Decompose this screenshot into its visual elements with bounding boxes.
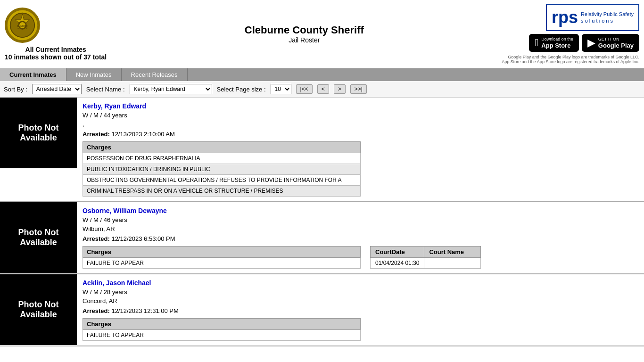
charges-table: ChargesFAILURE TO APPEAR bbox=[83, 246, 361, 269]
rps-tagline-line2: s o l u t i o n s bbox=[581, 17, 634, 24]
inmate-name[interactable]: Osborne, William Dewayne bbox=[83, 207, 638, 214]
first-page-button[interactable]: |<< bbox=[296, 84, 313, 94]
inmate-arrested: Arrested: 12/12/2023 12:31:00 PM bbox=[83, 307, 638, 314]
court-name-header: Court Name bbox=[424, 247, 481, 258]
rps-tagline: Relativity Public Safety s o l u t i o n… bbox=[581, 11, 634, 25]
page-subtitle: Jail Roster bbox=[107, 36, 502, 44]
inmate-arrested: Arrested: 12/12/2023 6:53:00 PM bbox=[83, 235, 638, 242]
sheriff-badge: SHERIFF bbox=[5, 8, 40, 43]
court-name-cell bbox=[424, 258, 481, 269]
page-title: Cleburne County Sheriff bbox=[107, 24, 502, 36]
controls-bar: Sort By : Arrested Date Name Select Name… bbox=[0, 81, 644, 98]
charge-cell: PUBLIC INTOXICATION / DRINKING IN PUBLIC bbox=[83, 164, 361, 175]
googleplay-small: GET IT ON bbox=[598, 37, 634, 42]
photo-not-available: Photo NotAvailable bbox=[18, 228, 59, 247]
googleplay-button[interactable]: ▶ GET IT ON Google Play bbox=[582, 34, 639, 52]
charge-cell: POSSESSION OF DRUG PARAPHERNALIA bbox=[83, 153, 361, 164]
all-inmates-line1: All Current Inmates bbox=[5, 46, 107, 53]
inmate-name[interactable]: Kerby, Ryan Edward bbox=[83, 102, 638, 110]
select-page-select[interactable]: 10 25 50 bbox=[271, 84, 291, 94]
charge-cell: CRIMINAL TRESPASS IN OR ON A VEHICLE OR … bbox=[83, 186, 361, 197]
photo-not-available: Photo NotAvailable bbox=[18, 300, 59, 320]
tab-recent-releases[interactable]: Recent Releases bbox=[122, 68, 188, 81]
rps-letters: rps bbox=[552, 8, 578, 27]
inmate-list: Photo NotAvailableKerby, Ryan EdwardW / … bbox=[0, 98, 644, 346]
inmate-details: Osborne, William DewayneW / M / 46 years… bbox=[77, 202, 644, 273]
inmate-address: Concord, AR bbox=[83, 297, 638, 304]
inmate-address: Wilburn, AR bbox=[83, 225, 638, 232]
rps-logo: rps Relativity Public Safety s o l u t i… bbox=[546, 4, 639, 31]
inmate-arrested: Arrested: 12/13/2023 2:10:00 AM bbox=[83, 131, 638, 138]
charges-header: Charges bbox=[83, 319, 361, 330]
rps-tagline-line1: Relativity Public Safety bbox=[581, 11, 634, 17]
charge-cell: FAILURE TO APPEAR bbox=[83, 258, 361, 269]
inmate-details: Acklin, Jason MichaelW / M / 28 yearsCon… bbox=[77, 274, 644, 346]
inmate-count: All Current Inmates 10 inmates shown out… bbox=[5, 46, 107, 61]
inmate-comma: , bbox=[83, 121, 638, 128]
charge-cell: OBSTRUCTING GOVERNMENTAL OPERATIONS / RE… bbox=[83, 175, 361, 186]
appstore-button[interactable]:  Download on the App Store bbox=[529, 34, 579, 52]
charges-table: ChargesFAILURE TO APPEAR bbox=[83, 318, 361, 341]
inmate-row: Photo NotAvailableOsborne, William Deway… bbox=[0, 202, 644, 274]
charges-table: ChargesPOSSESSION OF DRUG PARAPHERNALIAP… bbox=[83, 141, 361, 197]
sort-by-select[interactable]: Arrested Date Name bbox=[32, 84, 82, 94]
court-table: CourtDateCourt Name01/04/2024 01:30 bbox=[370, 246, 481, 269]
inmate-demographics: W / M / 46 years bbox=[83, 216, 638, 223]
last-page-button[interactable]: >>| bbox=[350, 84, 367, 94]
googleplay-text: GET IT ON Google Play bbox=[598, 37, 634, 49]
select-name-label: Select Name : bbox=[86, 86, 125, 93]
googleplay-icon: ▶ bbox=[587, 37, 595, 49]
inmate-demographics: W / M / 44 years bbox=[83, 112, 638, 119]
nav-tabs: Current Inmates New Inmates Recent Relea… bbox=[0, 68, 644, 81]
header-center: Cleburne County Sheriff Jail Roster bbox=[107, 24, 502, 44]
page-header: SHERIFF All Current Inmates 10 inmates s… bbox=[0, 0, 644, 68]
prev-page-button[interactable]: < bbox=[317, 84, 329, 94]
charge-cell: FAILURE TO APPEAR bbox=[83, 330, 361, 341]
appstore-big: App Store bbox=[541, 42, 573, 49]
all-inmates-line2: 10 inmates shown out of 37 total bbox=[5, 53, 107, 61]
inmate-name[interactable]: Acklin, Jason Michael bbox=[83, 279, 638, 287]
svg-text:SHERIFF: SHERIFF bbox=[17, 24, 28, 27]
charges-header: Charges bbox=[83, 247, 361, 258]
select-name-select[interactable]: Kerby, Ryan Edward Osborne, William Dewa… bbox=[130, 84, 212, 94]
charges-header: Charges bbox=[83, 142, 361, 153]
header-right: rps Relativity Public Safety s o l u t i… bbox=[502, 4, 639, 64]
select-page-label: Select Page size : bbox=[217, 86, 266, 93]
trademark-text: Google Play and the Google Play logo are… bbox=[502, 55, 639, 64]
next-page-button[interactable]: > bbox=[334, 84, 346, 94]
googleplay-big: Google Play bbox=[598, 42, 634, 49]
photo-not-available: Photo NotAvailable bbox=[18, 123, 59, 143]
court-date-cell: 01/04/2024 01:30 bbox=[371, 258, 424, 269]
appstore-text: Download on the App Store bbox=[541, 37, 573, 49]
photo-cell: Photo NotAvailable bbox=[0, 274, 77, 345]
inmate-row: Photo NotAvailableAcklin, Jason MichaelW… bbox=[0, 274, 644, 346]
photo-cell: Photo NotAvailable bbox=[0, 202, 77, 273]
sort-by-label: Sort By : bbox=[4, 86, 27, 93]
header-left: SHERIFF All Current Inmates 10 inmates s… bbox=[5, 8, 107, 61]
app-buttons:  Download on the App Store ▶ GET IT ON … bbox=[529, 34, 639, 52]
photo-cell: Photo NotAvailable bbox=[0, 98, 77, 168]
apple-icon:  bbox=[535, 37, 538, 49]
tab-new-inmates[interactable]: New Inmates bbox=[66, 68, 122, 81]
court-date-header: CourtDate bbox=[371, 247, 424, 258]
court-wrapper: ChargesFAILURE TO APPEARCourtDateCourt N… bbox=[83, 246, 638, 269]
inmate-row: Photo NotAvailableKerby, Ryan EdwardW / … bbox=[0, 98, 644, 202]
inmate-details: Kerby, Ryan EdwardW / M / 44 years,Arres… bbox=[77, 98, 644, 201]
appstore-small: Download on the bbox=[541, 37, 573, 42]
tab-current-inmates[interactable]: Current Inmates bbox=[0, 68, 66, 81]
inmate-demographics: W / M / 28 years bbox=[83, 288, 638, 296]
